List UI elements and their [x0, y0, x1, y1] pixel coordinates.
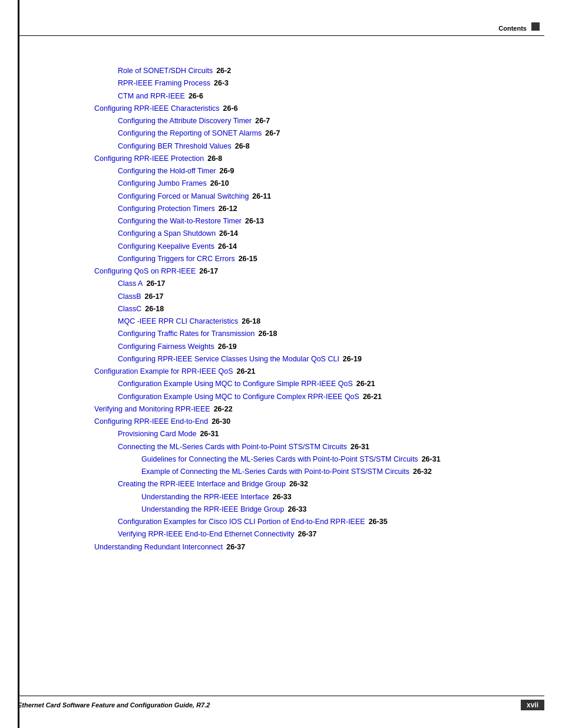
list-item: Configuring the Attribute Discovery Time… [71, 115, 527, 127]
list-item: Provisioning Card Mode26-31 [71, 428, 527, 440]
toc-link[interactable]: ClassB [118, 291, 141, 303]
toc-page-number: 26-35 [369, 516, 388, 528]
toc-link[interactable]: Understanding the RPR-IEEE Interface [141, 491, 269, 503]
list-item: Understanding the RPR-IEEE Bridge Group2… [71, 503, 527, 516]
list-item: Configuration Example Using MQC to Confi… [71, 378, 527, 390]
toc-link[interactable]: Configuring the Attribute Discovery Time… [118, 115, 252, 127]
toc-page-number: 26-19 [343, 353, 362, 365]
toc-page-number: 26-37 [297, 528, 316, 541]
toc-link[interactable]: Configuring Forced or Manual Switching [118, 190, 249, 203]
list-item: Configuration Example Using MQC to Confi… [71, 391, 527, 403]
toc-link[interactable]: Verifying RPR-IEEE End-to-End Ethernet C… [118, 528, 294, 541]
toc-link[interactable]: Verifying and Monitoring RPR-IEEE [94, 403, 210, 416]
list-item: Verifying RPR-IEEE End-to-End Ethernet C… [71, 528, 527, 541]
toc-link[interactable]: Configuring RPR-IEEE Characteristics [94, 103, 220, 115]
list-item: Configuring RPR-IEEE Characteristics26-6 [71, 103, 527, 115]
toc-page-number: 26-13 [245, 215, 264, 228]
toc-link[interactable]: MQC -IEEE RPR CLI Characteristics [118, 315, 238, 328]
toc-link[interactable]: Role of SONET/SDH Circuits [118, 65, 213, 77]
list-item: Class A26-17 [71, 278, 527, 290]
header-bar-icon [531, 22, 540, 31]
toc-page-number: 26-18 [242, 315, 260, 328]
toc-link[interactable]: Configuring Fairness Weights [118, 341, 214, 353]
toc-page-number: 26-31 [351, 441, 369, 453]
toc-link[interactable]: Connecting the ML-Series Cards with Poin… [118, 441, 347, 453]
toc-link[interactable]: Configuring RPR-IEEE End-to-End [94, 416, 208, 428]
list-item: Configuring the Reporting of SONET Alarm… [71, 127, 527, 140]
left-border [18, 0, 19, 728]
toc-link[interactable]: Creating the RPR-IEEE Interface and Brid… [118, 478, 286, 490]
toc-page-number: 26-6 [189, 90, 203, 103]
list-item: Configuring the Wait-to-Restore Timer26-… [71, 215, 527, 228]
toc-page-number: 26-32 [413, 466, 432, 478]
list-item: Configuring BER Threshold Values26-8 [71, 140, 527, 153]
toc-page-number: 26-8 [235, 140, 250, 153]
list-item: Configuring Keepalive Events26-14 [71, 241, 527, 253]
toc-link[interactable]: CTM and RPR-IEEE [118, 90, 185, 103]
toc-link[interactable]: Configuring the Hold-off Timer [118, 165, 216, 177]
list-item: Example of Connecting the ML-Series Card… [71, 466, 527, 478]
toc-page-number: 26-18 [259, 328, 277, 340]
toc-link[interactable]: ClassC [118, 303, 141, 315]
toc-link[interactable]: Configuration Example Using MQC to Confi… [118, 391, 359, 403]
toc-page-number: 26-37 [226, 541, 245, 554]
top-border [18, 35, 544, 36]
toc-link[interactable]: Example of Connecting the ML-Series Card… [141, 466, 409, 478]
footer-title: Ethernet Card Software Feature and Confi… [18, 701, 210, 709]
toc-link[interactable]: Configuring BER Threshold Values [118, 140, 232, 153]
toc-link[interactable]: Configuring RPR-IEEE Service Classes Usi… [118, 353, 339, 365]
list-item: Configuring Triggers for CRC Errors26-15 [71, 253, 527, 265]
toc-link[interactable]: Configuring Traffic Rates for Transmissi… [118, 328, 255, 340]
toc-link[interactable]: Guidelines for Connecting the ML-Series … [141, 453, 418, 466]
toc-link[interactable]: Configuring Triggers for CRC Errors [118, 253, 235, 265]
toc-page-number: 26-33 [273, 491, 292, 503]
toc-link[interactable]: Configuration Example for RPR-IEEE QoS [94, 365, 233, 378]
toc-link[interactable]: Configuring the Wait-to-Restore Timer [118, 215, 242, 228]
toc-link[interactable]: Class A [118, 278, 143, 290]
toc-link[interactable]: Configuration Examples for Cisco IOS CLI… [118, 516, 365, 528]
toc-page-number: 26-22 [214, 403, 233, 416]
list-item: Configuring Jumbo Frames26-10 [71, 177, 527, 190]
list-item: Configuring Traffic Rates for Transmissi… [71, 328, 527, 340]
toc-link[interactable]: Provisioning Card Mode [118, 428, 196, 440]
toc-page-number: 26-8 [207, 153, 222, 165]
toc-link[interactable]: Configuring Protection Timers [118, 203, 215, 215]
toc-link[interactable]: Configuring Jumbo Frames [118, 177, 207, 190]
toc-page-number: 26-2 [216, 65, 231, 77]
list-item: Guidelines for Connecting the ML-Series … [71, 453, 527, 466]
toc-page-number: 26-7 [265, 127, 280, 140]
list-item: Configuring QoS on RPR-IEEE26-17 [71, 265, 527, 278]
page: Contents Role of SONET/SDH Circuits26-2R… [0, 0, 562, 728]
toc-page-number: 26-17 [145, 291, 164, 303]
toc-page-number: 26-21 [237, 365, 256, 378]
toc-link[interactable]: Configuring the Reporting of SONET Alarm… [118, 127, 262, 140]
toc-link[interactable]: Understanding the RPR-IEEE Bridge Group [141, 503, 285, 516]
toc-link[interactable]: Understanding Redundant Interconnect [94, 541, 223, 554]
toc-page-number: 26-17 [146, 278, 165, 290]
toc-content: Role of SONET/SDH Circuits26-2RPR-IEEE F… [35, 65, 527, 554]
list-item: Creating the RPR-IEEE Interface and Brid… [71, 478, 527, 490]
toc-link[interactable]: Configuration Example Using MQC to Confi… [118, 378, 353, 390]
list-item: Configuration Example for RPR-IEEE QoS26… [71, 365, 527, 378]
toc-link[interactable]: Configuring Keepalive Events [118, 241, 214, 253]
toc-link[interactable]: Configuring QoS on RPR-IEEE [94, 265, 196, 278]
toc-link[interactable]: Configuring RPR-IEEE Protection [94, 153, 204, 165]
list-item: Configuring a Span Shutdown26-14 [71, 228, 527, 240]
list-item: Configuration Examples for Cisco IOS CLI… [71, 516, 527, 528]
list-item: CTM and RPR-IEEE26-6 [71, 90, 527, 103]
list-item: Configuring Protection Timers26-12 [71, 203, 527, 215]
list-item: Connecting the ML-Series Cards with Poin… [71, 441, 527, 453]
toc-page-number: 26-14 [219, 228, 238, 240]
toc-page-number: 26-33 [288, 503, 307, 516]
toc-page-number: 26-30 [211, 416, 230, 428]
toc-link[interactable]: Configuring a Span Shutdown [118, 228, 216, 240]
list-item: RPR-IEEE Framing Process26-3 [71, 77, 527, 90]
toc-page-number: 26-18 [145, 303, 164, 315]
toc-link[interactable]: RPR-IEEE Framing Process [118, 77, 210, 90]
list-item: Configuring RPR-IEEE End-to-End26-30 [71, 416, 527, 428]
footer-line [18, 696, 544, 696]
toc-page-number: 26-6 [223, 103, 238, 115]
toc-page-number: 26-21 [363, 391, 382, 403]
toc-page-number: 26-11 [252, 190, 271, 203]
toc-page-number: 26-31 [200, 428, 219, 440]
